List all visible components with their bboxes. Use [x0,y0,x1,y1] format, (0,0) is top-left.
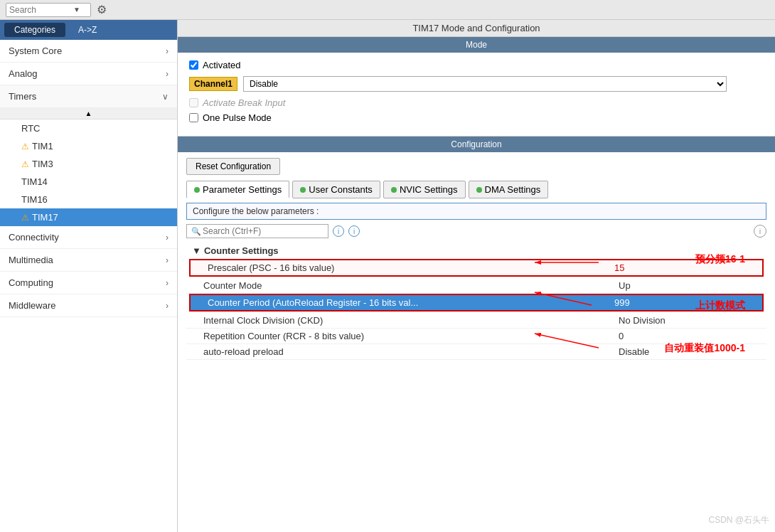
sidebar-subitem-rtc[interactable]: RTC [0,119,177,137]
chevron-right-icon-mid: › [166,301,169,311]
tab-dot-user [300,187,306,193]
sidebar-label-computing: Computing [9,277,53,288]
sidebar-item-system-core[interactable]: System Core › [0,40,177,63]
collapse-icon[interactable]: ▼ [192,245,201,256]
chevron-right-icon-conn: › [166,233,169,243]
one-pulse-row: One Pulse Mode [189,112,764,123]
page-title: TIM17 Mode and Configuration [178,20,775,37]
scroll-up-btn[interactable]: ▲ [0,108,177,119]
activate-break-row: Activate Break Input [189,97,764,108]
settings-tabs: Parameter Settings User Constants NVIC S… [186,181,766,198]
counter-period-name: Counter Period (AutoReload Register - 16… [208,297,614,308]
param-row-prescaler[interactable]: Prescaler (PSC - 16 bits value) 15 [191,260,762,275]
params-area: ▼ Counter Settings Prescaler (PSC - 16 b… [186,243,766,360]
counter-mode-name: Counter Mode [203,280,619,291]
tab-nvic-settings[interactable]: NVIC Settings [383,181,466,198]
tab-categories[interactable]: Categories [4,23,65,37]
info-icon-2[interactable]: i [348,225,360,237]
tim17-label: TIM17 [32,212,58,223]
activate-break-label: Activate Break Input [203,97,285,108]
sidebar-tabs: Categories A->Z [0,20,177,40]
chevron-right-icon-multi: › [166,255,169,265]
sidebar-label-connectivity: Connectivity [9,232,59,243]
repetition-name: Repetition Counter (RCR - 8 bits value) [203,331,619,341]
configure-text: Configure the below parameters : [186,203,766,220]
sidebar-item-connectivity[interactable]: Connectivity › [0,226,177,249]
counter-settings-header: ▼ Counter Settings [186,243,766,259]
gear-icon[interactable]: ⚙ [97,3,107,16]
chevron-right-icon: › [166,69,169,79]
activated-row: Activated [189,60,764,70]
activated-checkbox[interactable] [189,60,198,70]
tim1-label: TIM1 [32,141,53,151]
param-row-auto-reload[interactable]: auto-reload preload Disable [186,344,766,360]
mode-section: Mode Activated Channel1 Disable PWM Gene… [178,37,775,137]
param-row-internal-clock[interactable]: Internal Clock Division (CKD) No Divisio… [186,313,766,329]
sidebar-item-timers[interactable]: Timers ∨ [0,85,177,108]
counter-period-bordered: Counter Period (AutoReload Register - 16… [189,294,764,312]
sidebar-subitem-tim1[interactable]: ⚠ TIM1 [0,137,177,155]
one-pulse-label: One Pulse Mode [203,112,272,123]
tab-dot-nvic [391,187,397,193]
sidebar-item-analog[interactable]: Analog › [0,63,177,85]
tab-label-nvic: NVIC Settings [400,184,458,195]
tab-az[interactable]: A->Z [68,23,107,37]
search-input[interactable] [9,5,73,15]
counter-period-value: 999 [614,297,757,308]
config-content: Reset Configuration Parameter Settings U… [178,152,775,366]
sidebar-subitem-tim14[interactable]: TIM14 [0,173,177,191]
mode-content: Activated Channel1 Disable PWM Generatio… [178,53,775,136]
config-header: Configuration [178,137,775,152]
tab-label-params: Parameter Settings [203,184,282,195]
tim3-label: TIM3 [32,159,53,169]
reset-configuration-button[interactable]: Reset Configuration [186,158,280,175]
rtc-label: RTC [21,123,40,134]
sidebar: Categories A->Z System Core › Analog › T… [0,20,178,532]
sidebar-item-multimedia[interactable]: Multimedia › [0,249,177,272]
sidebar-label-timers: Timers [9,91,36,102]
param-search-box[interactable]: 🔍 [186,224,328,238]
one-pulse-checkbox[interactable] [189,113,198,122]
info-icon-right[interactable]: i [754,225,766,238]
param-search-row: 🔍 i i i [186,224,766,238]
tab-dma-settings[interactable]: DMA Settings [469,181,549,198]
info-icon-1[interactable]: i [333,225,344,237]
warning-icon-tim3: ⚠ [21,159,29,169]
sidebar-subitem-tim3[interactable]: ⚠ TIM3 [0,155,177,173]
top-bar: ▼ ⚙ [0,0,775,20]
sidebar-item-computing[interactable]: Computing › [0,272,177,294]
counter-mode-value: Up [619,280,761,291]
internal-clock-name: Internal Clock Division (CKD) [203,315,619,326]
search-box[interactable]: ▼ [6,3,91,17]
mode-header: Mode [178,37,775,53]
sidebar-label-analog: Analog [9,68,37,79]
channel1-select[interactable]: Disable PWM Generation CH1 Output Compar… [243,76,727,92]
channel1-label: Channel1 [189,77,237,91]
prescaler-name: Prescaler (PSC - 16 bits value) [208,262,614,273]
dropdown-arrow: ▼ [73,6,80,14]
sidebar-label-middleware: Middleware [9,300,55,311]
sidebar-subitem-tim16[interactable]: TIM16 [0,191,177,208]
timers-subitems: ▲ RTC ⚠ TIM1 ⚠ TIM3 TIM14 TIM16 ⚠ TIM17 [0,108,177,226]
param-row-counter-period[interactable]: Counter Period (AutoReload Register - 16… [191,295,762,310]
param-row-counter-mode[interactable]: Counter Mode Up [186,278,766,294]
param-search-input[interactable] [203,226,316,236]
sidebar-subitem-tim17[interactable]: ⚠ TIM17 [0,208,177,226]
prescaler-bordered: Prescaler (PSC - 16 bits value) 15 [189,259,764,277]
repetition-value: 0 [619,331,761,341]
warning-icon-tim17: ⚠ [21,213,29,223]
tab-parameter-settings[interactable]: Parameter Settings [186,181,289,198]
sidebar-label-multimedia: Multimedia [9,255,53,265]
auto-reload-value: Disable [619,346,761,357]
chevron-right-icon: › [166,46,169,56]
tab-label-dma: DMA Settings [485,184,541,195]
tab-user-constants[interactable]: User Constants [292,181,380,198]
sidebar-item-middleware[interactable]: Middleware › [0,294,177,317]
param-row-repetition[interactable]: Repetition Counter (RCR - 8 bits value) … [186,329,766,344]
tab-dot-params [194,187,200,193]
channel1-row: Channel1 Disable PWM Generation CH1 Outp… [189,76,764,92]
tim14-label: TIM14 [21,176,48,187]
search-small-icon: 🔍 [191,227,201,236]
group-label: Counter Settings [204,245,279,256]
activate-break-checkbox[interactable] [189,98,198,107]
